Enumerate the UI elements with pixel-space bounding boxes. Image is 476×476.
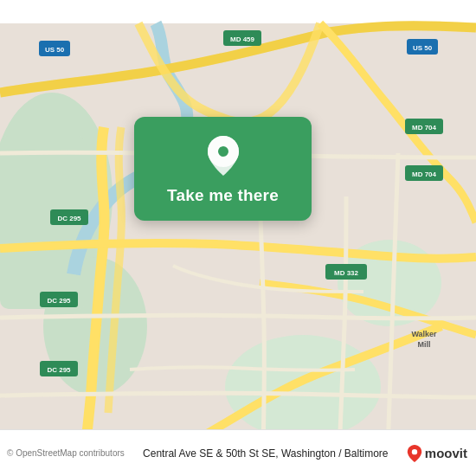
location-pin-icon [201, 132, 246, 177]
svg-text:DC 295: DC 295 [47, 366, 71, 374]
location-card[interactable]: Take me there [134, 117, 312, 221]
svg-text:Walker: Walker [411, 330, 437, 338]
svg-text:MD 332: MD 332 [334, 269, 359, 277]
svg-text:MD 704: MD 704 [412, 124, 437, 132]
svg-text:MD 704: MD 704 [412, 170, 437, 178]
svg-text:DC 295: DC 295 [47, 297, 71, 305]
moovit-text: moovit [425, 446, 467, 460]
address-label: Central Ave SE & 50th St SE, Washington … [125, 447, 407, 460]
svg-text:MD 459: MD 459 [230, 35, 255, 43]
moovit-logo: moovit [407, 445, 467, 462]
svg-point-30 [412, 449, 417, 454]
osm-attribution: © OpenStreetMap contributors [7, 448, 125, 458]
svg-text:US 50: US 50 [45, 46, 65, 54]
svg-text:Mill: Mill [418, 340, 431, 349]
svg-point-3 [225, 335, 381, 439]
map-background: US 50 US 50 MD 459 MD 704 MD 704 DC 295 … [0, 0, 476, 476]
take-me-there-button[interactable]: Take me there [167, 186, 279, 205]
svg-text:US 50: US 50 [413, 44, 433, 52]
moovit-pin-icon [407, 445, 422, 462]
map-container: US 50 US 50 MD 459 MD 704 MD 704 DC 295 … [0, 0, 476, 476]
bottom-bar: © OpenStreetMap contributors Central Ave… [0, 429, 476, 476]
svg-point-29 [217, 145, 229, 158]
svg-text:DC 295: DC 295 [57, 215, 81, 222]
